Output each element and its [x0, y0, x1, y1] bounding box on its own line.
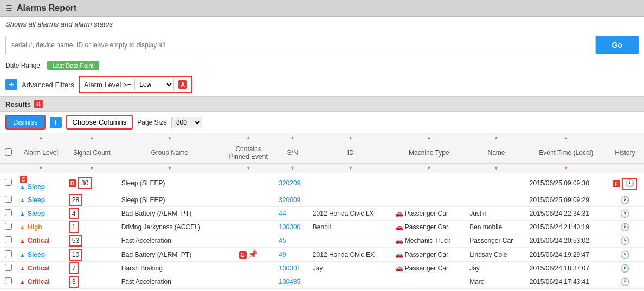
annotation-e: E [239, 251, 247, 259]
header-bar: ☰ Alarms Report [0, 0, 644, 17]
col-sort-event-time-down[interactable]: ▼ [526, 163, 606, 173]
row-checkbox[interactable] [5, 236, 12, 243]
row-checkbox[interactable] [5, 209, 12, 216]
menu-icon[interactable]: ☰ [5, 4, 12, 12]
col-header-machine-type: Machine Type [392, 143, 467, 164]
col-sort-name-down[interactable]: ▼ [466, 163, 526, 173]
toolbar: Dismiss + Choose Columns Page Size 100 2… [0, 112, 644, 133]
alarm-label: High [28, 223, 42, 231]
history-clock-icon[interactable]: 🕐 [620, 264, 629, 273]
choose-columns-button[interactable]: Choose Columns [66, 115, 133, 130]
table-row: Sleep10Bad Battery (ALRM_PT)E 📌492012 Ho… [0, 248, 644, 262]
signal-count-value: 1 [69, 221, 79, 233]
sn-link[interactable]: 130301 [279, 264, 300, 272]
col-sort-name-up[interactable]: ▲ [466, 133, 526, 143]
name-cell: Jay [466, 261, 526, 275]
col-sort-alarm-level-up[interactable]: ▲ [16, 133, 66, 143]
row-checkbox-cell [0, 248, 16, 262]
row-checkbox-cell [0, 261, 16, 275]
history-clock-icon[interactable]: 🕐 [620, 250, 629, 259]
select-all-checkbox[interactable] [5, 148, 12, 156]
alarm-icon-wrap: Sleep [20, 196, 62, 204]
contains-pinned-cell [221, 207, 275, 221]
group-name-cell: Fast Acceleration [118, 234, 221, 248]
group-name-cell: Bad Battery (ALRM_PT) [118, 207, 221, 221]
col-sort-event-time-up[interactable]: ▲ [526, 133, 606, 143]
row-checkbox[interactable] [5, 196, 12, 203]
row-checkbox[interactable] [5, 250, 12, 257]
signal-count-cell: 1 [66, 221, 118, 234]
signal-count-value: 3 [69, 276, 79, 288]
group-name-cell: Harsh Braking [118, 261, 221, 275]
col-sort-group-name-up[interactable]: ▲ [118, 133, 221, 143]
history-clock-icon[interactable]: 🕐 [620, 277, 629, 286]
sn-link[interactable]: 320009 [279, 196, 300, 204]
table-row: Critical7Harsh Braking130301Jay🚗 Passeng… [0, 261, 644, 275]
sn-link[interactable]: 49 [279, 251, 286, 258]
alarm-icon-wrap: Sleep [20, 251, 62, 258]
col-sort-signal-count-down[interactable]: ▼ [66, 163, 118, 173]
col-sort-machine-type-down[interactable]: ▼ [392, 163, 467, 173]
page-title: Alarms Report [17, 3, 76, 13]
sn-link[interactable]: 130300 [279, 223, 300, 231]
contains-pinned-cell [221, 193, 275, 207]
col-sort-contains-pinned-up[interactable]: ▲ [221, 133, 275, 143]
alarm-label: Sleep [28, 251, 45, 258]
history-clock-icon[interactable]: 🕐 [620, 236, 629, 245]
col-sort-checkbox [0, 133, 16, 143]
event-time-cell: 2015/06/24 18:37:07 [526, 261, 606, 275]
history-clock-icon[interactable]: 🕐 [625, 179, 634, 187]
col-sort-id-down[interactable]: ▼ [310, 163, 392, 173]
machine-type-cell: 🚗 Mechanic Truck [392, 234, 467, 248]
col-sort-signal-count-up[interactable]: ▲ [66, 133, 118, 143]
alarm-triangle-icon [20, 196, 25, 204]
row-checkbox-cell [0, 234, 16, 248]
signal-count-value: 10 [69, 249, 82, 261]
event-time-cell: 2015/06/25 09:09:30 [526, 173, 606, 193]
row-checkbox[interactable] [5, 223, 12, 230]
add-filter-button[interactable]: + [5, 79, 17, 90]
row-checkbox[interactable] [5, 277, 12, 284]
col-sort-id-up[interactable]: ▲ [310, 133, 392, 143]
signal-count-cell: 7 [66, 261, 118, 275]
col-sort-sn-down[interactable]: ▼ [275, 163, 310, 173]
signal-count-value: 4 [69, 208, 79, 219]
last-data-point-button[interactable]: Last Data Point [47, 61, 99, 70]
table-row: Critical53Fast Acceleration45🚗 Mechanic … [0, 234, 644, 248]
col-sort-alarm-level-down[interactable]: ▼ [16, 163, 66, 173]
history-clock-icon[interactable]: 🕐 [620, 209, 629, 218]
alarm-level-select[interactable]: Low Medium High Critical [134, 79, 174, 90]
page-size-select[interactable]: 100 200 400 800 1600 [171, 117, 202, 128]
table-row: Critical3Fast Acceleration130485Marc2015… [0, 275, 644, 288]
dismiss-button[interactable]: Dismiss [5, 115, 46, 130]
sn-cell: 130485 [275, 275, 310, 288]
sn-link[interactable]: 45 [279, 237, 286, 244]
table-header-sort-up: ▲ ▲ ▲ ▲ ▲ ▲ ▲ ▲ ▲ [0, 133, 644, 143]
col-sort-sn-up[interactable]: ▲ [275, 133, 310, 143]
add-column-button[interactable]: + [50, 117, 62, 128]
row-checkbox[interactable] [5, 264, 12, 271]
history-clock-icon[interactable]: 🕐 [620, 196, 629, 204]
row-checkbox[interactable] [5, 179, 12, 186]
alarm-icon-wrap: Critical [20, 237, 62, 244]
search-input[interactable] [5, 36, 596, 54]
col-sort-contains-pinned-down[interactable]: ▼ [221, 163, 275, 173]
col-sort-machine-type-up[interactable]: ▲ [392, 133, 467, 143]
id-cell: Jay [310, 261, 392, 275]
alarm-triangle-icon [20, 251, 25, 258]
history-cell: F 🕐 [606, 173, 644, 193]
sn-link[interactable]: 130485 [279, 278, 300, 286]
name-cell: Ben mobile [466, 221, 526, 234]
name-cell: Lindsay Cole [466, 248, 526, 262]
id-cell: 2012 Honda Civic EX [310, 248, 392, 262]
go-button[interactable]: Go [596, 36, 639, 54]
history-cell: 🕐 [606, 234, 644, 248]
col-sort-group-name-down[interactable]: ▼ [118, 163, 221, 173]
table-header-sort-down: ▼ ▼ ▼ ▼ ▼ ▼ ▼ ▼ ▼ [0, 163, 644, 173]
history-clock-icon[interactable]: 🕐 [620, 223, 629, 231]
alarm-level-cell: Sleep [16, 248, 66, 262]
col-header-sn: S/N [275, 143, 310, 164]
history-icon-wrap[interactable]: 🕐 [622, 178, 637, 190]
sn-link[interactable]: 320209 [279, 179, 300, 187]
sn-link[interactable]: 44 [279, 210, 286, 217]
